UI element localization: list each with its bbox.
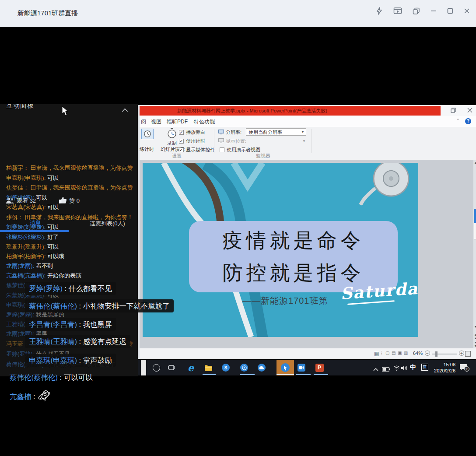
mouse-cursor — [62, 106, 69, 116]
lightning-icon[interactable] — [376, 7, 383, 15]
reading-view-icon[interactable]: ▣ — [398, 351, 402, 355]
scroll-up-icon[interactable]: ▲ — [473, 161, 476, 165]
recorder-app-icon[interactable] — [295, 360, 308, 375]
stopwatch-icon — [167, 128, 177, 140]
chat-message: 刘筝(刘筝): 可以 — [6, 194, 47, 202]
overlay-message: 蔡伟伦(蔡伟伦) : 可以可以 — [10, 372, 93, 382]
window-title: 新能源1701班群直播 — [18, 9, 78, 18]
slide-sorter-icon[interactable]: ▤ — [392, 351, 396, 355]
file-explorer-icon[interactable] — [203, 360, 214, 375]
wifi-icon[interactable] — [393, 365, 400, 372]
overlay-message: 罗婷(罗婷) : 什么都看不见 — [25, 282, 116, 295]
chat-message: 张晓杉(张晓杉): 好了 — [6, 233, 59, 241]
zoom-out-icon[interactable]: − — [425, 351, 430, 356]
ppt-restore-icon[interactable] — [451, 107, 456, 115]
window-remnant — [141, 360, 146, 375]
qq-browser-icon[interactable] — [256, 360, 268, 375]
ppt-tab-special[interactable]: 特色功能 — [194, 118, 215, 126]
show-on-label: 显示位置: — [218, 138, 246, 144]
ppt-menubar: 阅 视图 福昕PDF 特色功能 ⌃ ? — [140, 116, 476, 127]
zoom-in-icon[interactable]: + — [459, 351, 464, 356]
rehearse-icon — [141, 129, 154, 139]
chevron-down-icon: ▼ — [301, 130, 304, 134]
duplicate-icon[interactable] — [413, 7, 420, 15]
tray-time: 15:08 — [430, 361, 455, 368]
ppt-titlebar: 新能源材料与器件网上教学.pptx - Microsoft PowerPoint… — [140, 105, 476, 116]
speaker-icon[interactable] — [401, 365, 408, 372]
scrollbar-thumb-blue[interactable] — [474, 209, 476, 223]
next-slide-icon[interactable]: ▼▼ — [473, 341, 476, 348]
checkbox-play-narration[interactable]: ✓播放旁白 — [179, 129, 205, 136]
ribbon-collapse-icon[interactable]: ⌃ — [456, 118, 460, 123]
powerpoint-taskbar-icon[interactable]: P — [313, 360, 326, 375]
task-view-button[interactable] — [166, 360, 176, 375]
notification-icon[interactable]: 2 — [460, 363, 469, 374]
chat-message: 龙雨(龙雨): 看不到 — [6, 262, 53, 270]
running-indicator — [240, 374, 255, 375]
rocket-icon — [37, 389, 51, 404]
scrollbar-thumb[interactable] — [474, 223, 476, 239]
vertical-scrollbar[interactable]: ▲ ▼ ▲▲ ▼▼ — [473, 160, 476, 348]
chat-message: 瑶景升(瑶景升): 可以 — [6, 243, 59, 251]
previous-slide-icon[interactable]: ▲▲ — [473, 333, 476, 340]
slide-slogan-box: 疫情就是命令 防控就是指令 — [189, 221, 398, 292]
browser-360-icon[interactable]: S — [220, 360, 231, 375]
help-icon[interactable]: ? — [465, 118, 471, 124]
ribbon-group-monitors: 监视器 — [216, 153, 310, 159]
ppt-title-text: 新能源材料与器件网上教学.pptx - Microsoft PowerPoint… — [177, 108, 327, 114]
chat-message: 柏新宇(柏新宇): 可以哦 — [6, 253, 64, 260]
tray-expand-icon[interactable] — [373, 365, 378, 373]
resolution-dropdown[interactable]: 使用当前分辨率▼ — [246, 128, 306, 136]
grid-icon[interactable]: ▦ — [374, 351, 379, 357]
checkbox-checked-icon: ✓ — [179, 147, 184, 152]
active-app-classroom-icon[interactable] — [276, 360, 294, 375]
panel-title-wrap: 互动面板 — [6, 104, 34, 111]
windows-taskbar: e S P 中 拼 15:08 2020/2 — [138, 360, 476, 375]
pin-window-icon[interactable] — [393, 7, 402, 15]
edge-icon[interactable]: e — [185, 360, 196, 375]
running-indicator — [314, 374, 328, 375]
fit-slide-icon[interactable] — [465, 351, 471, 357]
overlay-message: 亢鑫楠 : — [10, 389, 51, 404]
scroll-down-icon[interactable]: ▼ — [473, 325, 476, 329]
ppt-tab-review[interactable]: 阅 — [141, 118, 146, 126]
chat-message: 申嘉琪(申嘉琪): 可以 — [6, 174, 59, 182]
zoom-level: 64% — [413, 351, 423, 356]
ppt-tab-foxit-pdf[interactable]: 福昕PDF — [167, 118, 188, 126]
battery-icon[interactable] — [382, 365, 390, 373]
ppt-workspace: 疫情就是命令 防控就是指令 ——新能源1701班第 Saturday ▲ ▼ ▲… — [140, 160, 476, 348]
powerpoint-window: 新能源材料与器件网上教学.pptx - Microsoft PowerPoint… — [138, 105, 476, 359]
checkbox-checked-icon: ✓ — [179, 130, 184, 135]
ppt-tab-view[interactable]: 视图 — [151, 118, 161, 126]
checkbox-presenter-view[interactable]: 使用演示者视图 — [220, 147, 260, 153]
chat-message: 刘赛娅(刘赛娅): 可以 — [6, 223, 59, 231]
ime-pinyin-icon[interactable]: 拼 — [421, 364, 428, 371]
checkbox-use-timings[interactable]: ✓使用计时 — [179, 138, 205, 144]
ribbon-separator — [214, 129, 214, 153]
slide-credit: ——新能源1701班第 — [242, 295, 328, 307]
cortana-button[interactable] — [151, 360, 161, 375]
maximize-icon[interactable] — [447, 8, 453, 14]
panel-collapse-icon[interactable] — [122, 106, 128, 114]
chat-message: 柏新宇： 田聿潇，我来围观你的直播啦，为你点赞 — [6, 164, 133, 172]
tray-clock[interactable]: 15:08 2020/2/26 — [430, 361, 455, 374]
ime-language-indicator[interactable]: 中 — [410, 364, 416, 372]
clock-app-icon[interactable] — [238, 360, 250, 375]
panel-title: 互动面板 — [6, 104, 34, 110]
zoom-slider-thumb[interactable] — [435, 351, 438, 357]
minimize-icon[interactable] — [430, 8, 437, 14]
chat-message: 宋茗真(宋茗真): 可以 — [6, 203, 59, 211]
slide-slogan-line1: 疫情就是命令 — [189, 224, 398, 257]
overlay-message: 李昌青(李昌青) : 我也黑屏 — [25, 318, 116, 331]
close-icon[interactable] — [464, 8, 470, 14]
app-titlebar: 新能源1701班群直播 — [0, 0, 476, 27]
dots-icon: ⁞ — [381, 351, 382, 355]
resolution-label: 分辨率: — [218, 129, 242, 136]
slideshow-icon[interactable]: ▥ — [404, 351, 408, 355]
ppt-share-highlight: 新能源材料与器件网上教学.pptx - Microsoft PowerPoint… — [140, 106, 441, 116]
checkbox-show-media-controls[interactable]: ✓显示媒体控件 — [179, 147, 215, 153]
chevron-down-icon[interactable]: ▼ — [302, 139, 306, 143]
normal-view-icon[interactable]: ▢ — [385, 351, 389, 355]
rehearse-timings-button[interactable]: 排练计时 — [140, 128, 157, 154]
ppt-close-icon[interactable] — [467, 107, 472, 115]
